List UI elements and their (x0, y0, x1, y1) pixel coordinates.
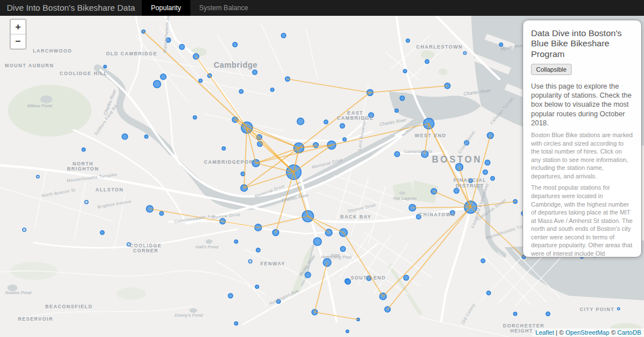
station-marker[interactable] (404, 275, 409, 281)
map-label: Hall's Pond (195, 244, 219, 250)
tab-popularity[interactable]: Popularity (142, 0, 190, 16)
station-marker[interactable] (240, 90, 243, 94)
attribution-link[interactable]: CartoDB (617, 329, 641, 336)
station-marker[interactable] (281, 33, 286, 38)
map-label: CITY POINT (580, 307, 615, 312)
station-marker[interactable] (425, 60, 429, 64)
collapsible-button[interactable]: Collapsible (531, 64, 572, 75)
station-marker[interactable] (324, 120, 328, 124)
station-marker[interactable] (228, 294, 233, 298)
panel-note-2: The most popular stations for departures… (531, 183, 633, 257)
station-marker[interactable] (546, 312, 550, 316)
station-marker[interactable] (193, 116, 197, 119)
station-marker[interactable] (454, 189, 459, 194)
station-marker[interactable] (617, 308, 620, 310)
station-marker[interactable] (253, 70, 257, 75)
map-label: Willow Pond (27, 103, 52, 108)
station-marker[interactable] (180, 45, 185, 50)
map-label: DISTRICT (456, 183, 484, 189)
station-marker[interactable] (346, 330, 349, 333)
station-marker[interactable] (160, 74, 166, 80)
map-label: Sowins Pond (5, 290, 32, 295)
info-panel: Data Dive into Boston's Blue Bike Bikesh… (523, 20, 642, 257)
station-marker[interactable] (233, 42, 237, 47)
map-canvas[interactable]: LARCHWOODMOUNT AUBURNCOOLIDGE HILLOLD CA… (0, 16, 644, 337)
station-marker[interactable] (255, 285, 259, 288)
map-label: OLD CAMBRIDGE (106, 51, 158, 56)
panel-note-1: Boston Blue Bike stations are marked wit… (531, 131, 633, 180)
station-marker[interactable] (483, 170, 488, 174)
station-marker[interactable] (101, 231, 105, 235)
tab-system-balance[interactable]: System Balance (190, 0, 258, 16)
map-label: CHINATOWN (419, 212, 456, 217)
station-marker[interactable] (340, 124, 345, 128)
station-marker[interactable] (271, 88, 274, 91)
map-label: RESERVOIR (18, 316, 54, 322)
station-marker[interactable] (23, 228, 26, 231)
attribution-text: | © (554, 329, 565, 336)
station-marker[interactable] (499, 43, 503, 46)
station-marker[interactable] (514, 312, 517, 316)
station-marker[interactable] (406, 39, 410, 42)
station-marker[interactable] (82, 148, 85, 151)
station-marker[interactable] (400, 96, 404, 100)
station-marker[interactable] (305, 272, 311, 278)
map-label: Donny's Pond (175, 313, 203, 318)
panel-intro: Use this page to explore the popularity … (531, 82, 633, 128)
station-marker[interactable] (122, 134, 128, 139)
station-marker[interactable] (154, 81, 161, 88)
zoom-out-button[interactable]: − (11, 34, 25, 49)
attribution-link[interactable]: OpenStreetMap (565, 329, 610, 336)
station-marker[interactable] (234, 322, 238, 325)
map-label: LARCHWOOD (33, 48, 72, 54)
station-marker[interactable] (395, 152, 400, 157)
station-marker[interactable] (491, 177, 495, 181)
station-marker[interactable] (343, 138, 346, 141)
station-marker[interactable] (249, 260, 252, 263)
map-label: CAMBRIDGE (337, 115, 373, 121)
station-marker[interactable] (297, 118, 304, 125)
map-label: CHARLESTOWN (416, 44, 463, 50)
app-title: Dive Into Boston's Bikeshare Data (0, 0, 142, 16)
attribution-text: © (610, 329, 617, 336)
station-marker[interactable] (346, 279, 351, 285)
station-marker[interactable] (256, 248, 260, 252)
station-marker[interactable] (145, 135, 148, 138)
station-marker[interactable] (234, 240, 238, 243)
map-label: WEST END (415, 133, 446, 138)
map-label: FINANCIAL (454, 177, 486, 183)
map-label: BACK BAY (340, 214, 371, 220)
map-label: BOSTON (432, 155, 482, 164)
zoom-in-button[interactable]: + (11, 20, 25, 34)
station-marker[interactable] (85, 200, 88, 204)
map-label: CAMBRIDGEPORT (204, 159, 257, 165)
station-marker[interactable] (485, 160, 490, 165)
station-marker[interactable] (481, 259, 485, 263)
map-label: BEACONSFIELD (45, 304, 93, 309)
station-marker[interactable] (37, 176, 40, 178)
map-label: Cambridge St (404, 149, 433, 154)
map-label: CORNER (133, 248, 158, 253)
top-navbar: Dive Into Boston's Bikeshare Data Popula… (0, 0, 644, 16)
map-label: COOLIDGE HILL (60, 71, 108, 76)
station-marker[interactable] (104, 65, 107, 68)
route-line (412, 207, 471, 208)
map-attribution: Leaflet | © OpenStreetMap © CartoDB (533, 329, 644, 336)
station-marker[interactable] (222, 147, 225, 150)
map-label: Reflecting Pool (321, 255, 351, 260)
station-marker[interactable] (464, 52, 467, 55)
station-marker[interactable] (403, 69, 407, 73)
station-marker[interactable] (160, 212, 164, 216)
map-label: SOUTH END (351, 275, 386, 281)
station-marker[interactable] (395, 109, 398, 112)
attribution-link[interactable]: Leaflet (536, 329, 554, 336)
station-marker[interactable] (487, 291, 491, 295)
zoom-control: + − (10, 19, 27, 50)
map-label: BRIGHTON (67, 166, 99, 172)
station-marker[interactable] (341, 247, 346, 252)
station-marker[interactable] (199, 79, 202, 82)
map-label: The Lagoon (393, 196, 417, 201)
station-marker[interactable] (314, 238, 321, 246)
map-label: Cambridge (214, 60, 258, 69)
map-label: MOUNT AUBURN (5, 63, 54, 68)
